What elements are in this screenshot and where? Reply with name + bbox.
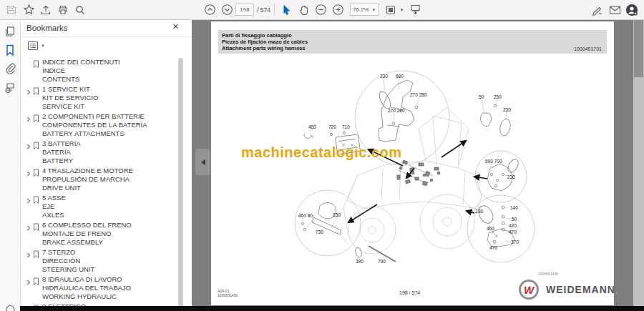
part-callout: 470 (509, 229, 517, 235)
chevron-left-icon (201, 159, 205, 165)
star-icon[interactable] (20, 1, 37, 19)
part-callout: 230 (507, 174, 515, 179)
bookmark-label: 8 IDRAULICA DI LAVOROHIDRÁULICA DEL TRAB… (42, 275, 131, 301)
bookmark-item[interactable]: 3 BATTERIABATERÍABATTERY (21, 139, 182, 165)
bookmarks-panel: Bookmarks ✕ ▼ INDICE DEI CONTENUTIÍNDICE… (21, 19, 192, 311)
document-area: Parti di fissaggio cablaggio Piezas de f… (192, 19, 633, 311)
bookmark-label: INDICE DEI CONTENUTIÍNDICECONTENTS (42, 58, 120, 84)
bookmark-item[interactable]: INDICE DEI CONTENUTIÍNDICECONTENTS (21, 58, 182, 84)
bookmark-icon (33, 112, 42, 126)
bookmark-item[interactable]: 5 ASSEEJEAXLES (21, 194, 182, 219)
part-callout: 450 (308, 124, 316, 129)
part-callout: 230 (380, 74, 388, 79)
part-callout: 690 700 (485, 159, 502, 164)
bookmark-icon (33, 221, 42, 235)
bookmark-label: 5 ASSEEJEAXLES (42, 194, 66, 219)
bookmarks-scrollbar[interactable] (178, 58, 183, 308)
bottom-black-bar (20, 306, 644, 311)
bookmark-item[interactable]: 2 COMPONENTI PER BATTERIECOMPONENTES DE … (21, 112, 182, 138)
expander-chevron-icon[interactable] (25, 112, 33, 126)
bookmark-item[interactable]: 8 IDRAULICA DI LAVOROHIDRÁULICA DEL TRAB… (21, 275, 182, 301)
expander-chevron-icon[interactable] (25, 167, 33, 180)
signatures-panel-icon[interactable] (0, 78, 20, 97)
expander-spacer (25, 58, 33, 59)
diagram-reference-number: 1000501490 (538, 272, 558, 276)
bookmark-label: 2 COMPONENTI PER BATTERIECOMPONENTES DE … (42, 112, 147, 138)
user-profile-icon[interactable] (623, 1, 640, 19)
fill-sign-pen-icon[interactable] (589, 1, 606, 19)
document-scrollbar[interactable] (633, 19, 644, 311)
watermark-text: machinecatalogic.com (241, 144, 402, 161)
brand-logo: W WEIDEMANN (519, 280, 614, 300)
expander-chevron-icon[interactable] (25, 275, 33, 289)
expander-chevron-icon[interactable] (25, 85, 33, 99)
part-callout: 270 280 (410, 92, 427, 97)
upload-share-icon[interactable] (37, 1, 54, 19)
bookmark-item[interactable]: 6 COMPLESSO DEL FRENOMONTAJE DE FRENOBRA… (21, 221, 182, 247)
part-callout: 50 (479, 94, 484, 99)
print-icon[interactable] (54, 1, 72, 19)
bookmarks-panel-header: Bookmarks ✕ (21, 19, 192, 37)
footer-document-code: A09-01 1000501490 (218, 290, 238, 298)
bookmark-icon (33, 275, 42, 289)
document-scrollbar-thumb[interactable] (634, 20, 643, 77)
email-icon[interactable] (606, 1, 623, 19)
part-callout: 270 280 (388, 108, 405, 113)
bookmark-item[interactable]: 1 SERVICE KITKIT DE SERVICIOSERVICE KIT (21, 85, 182, 111)
save-icon[interactable] (3, 1, 20, 19)
page-number-input[interactable] (235, 4, 254, 16)
bookmark-label: 3 BATTERIABATERÍABATTERY (42, 139, 81, 165)
close-icon[interactable]: ✕ (172, 22, 179, 31)
zoom-out-icon[interactable] (313, 1, 330, 19)
part-callout: 720 (328, 124, 336, 129)
partial-panel-icon[interactable] (0, 299, 20, 311)
attachments-panel-icon[interactable] (0, 59, 20, 78)
part-callout: 370 (511, 240, 519, 245)
chevron-down-icon[interactable]: ▼ (400, 8, 404, 12)
toolbar-center-group: / 574 76.2% ▼ ▼ (201, 0, 424, 19)
expander-chevron-icon[interactable] (25, 248, 33, 262)
zoom-in-icon[interactable] (330, 1, 347, 19)
search-icon[interactable] (72, 1, 89, 19)
footer-page-indicator: 198 / 574 (399, 290, 420, 295)
part-callout: 230 (333, 212, 341, 217)
bookmark-icon (33, 194, 42, 207)
next-page-icon[interactable] (218, 1, 235, 19)
expander-chevron-icon[interactable] (25, 194, 33, 207)
collapse-panel-handle[interactable] (195, 149, 210, 175)
bookmark-label: 7 STERZODIRECCIÓNSTEERING UNIT (42, 248, 94, 274)
bookmarks-panel-title: Bookmarks (26, 24, 68, 32)
scrolling-view-icon[interactable] (407, 1, 424, 19)
toolbar-left-group (3, 0, 89, 19)
bookmark-label: 4 TRASLAZIONE E MOTOREPROPULSIÓN DE MARC… (42, 167, 133, 192)
toolbar-divider (274, 4, 275, 16)
part-callout: 230 (503, 107, 511, 112)
zoom-level-dropdown[interactable]: 76.2% ▼ (350, 4, 379, 16)
part-callout: 710 (342, 124, 350, 129)
callout-layer: 230680270 280270 28045072071050250230690… (211, 21, 614, 305)
bookmark-label: 6 COMPLESSO DEL FRENOMONTAJE DE FRENOBRA… (42, 221, 132, 247)
pdf-page: Parti di fissaggio cablaggio Piezas de f… (211, 21, 614, 305)
bookmark-options-button[interactable]: ▼ (25, 39, 47, 52)
hand-tool-icon[interactable] (296, 1, 313, 19)
part-callout: 50 (512, 217, 517, 222)
page-fit-view-icon[interactable] (382, 1, 399, 19)
previous-page-icon[interactable] (201, 1, 218, 19)
bookmark-icon (33, 85, 42, 99)
bookmarks-panel-icon[interactable] (0, 41, 20, 59)
bookmark-item[interactable]: 4 TRASLAZIONE E MOTOREPROPULSIÓN DE MARC… (21, 167, 182, 192)
left-panel-strip (0, 19, 21, 311)
brand-name: WEIDEMANN (546, 284, 614, 295)
expander-chevron-icon[interactable] (25, 221, 33, 235)
part-callout: 790 (378, 259, 386, 264)
part-callout: 470 (489, 245, 497, 250)
bookmark-item[interactable]: 7 STERZODIRECCIÓNSTEERING UNIT (21, 248, 182, 274)
part-callout: 230 (475, 209, 483, 214)
toolbar: / 574 76.2% ▼ ▼ (0, 0, 644, 20)
select-tool-icon[interactable] (278, 1, 296, 19)
page-thumbnails-panel-icon[interactable] (0, 22, 20, 41)
expander-chevron-icon[interactable] (25, 139, 33, 153)
part-callout: 250 (494, 94, 502, 99)
part-callout: 140 (510, 205, 518, 210)
brand-badge-icon: W (519, 280, 539, 300)
